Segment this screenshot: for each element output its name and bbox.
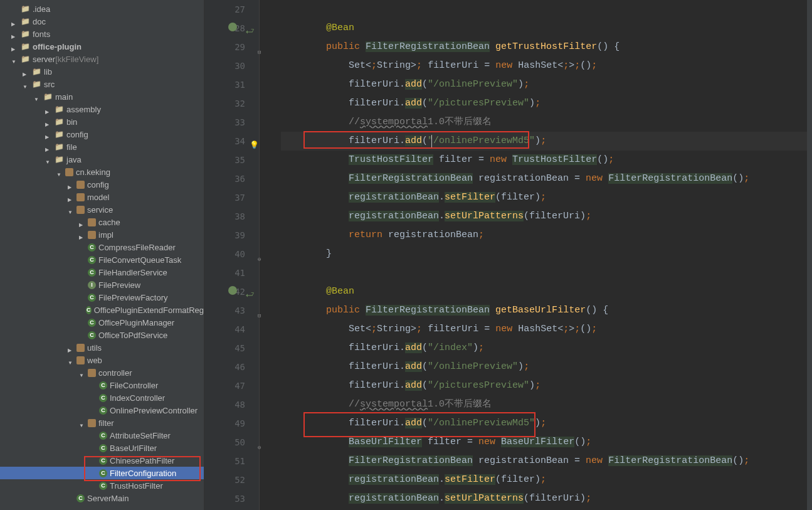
tree-item-baseurlfilter[interactable]: BaseUrlFilter (0, 442, 204, 454)
expand-arrow[interactable] (11, 31, 18, 37)
tree-item-assembly[interactable]: assembly (0, 103, 204, 115)
code-line-31[interactable]: filterUri.add("/onlinePreview"); (281, 75, 812, 94)
code-line-36[interactable]: FilterRegistrationBean registrationBean … (281, 169, 812, 188)
expand-arrow[interactable] (23, 81, 29, 87)
tree-item-controller[interactable]: controller (0, 366, 204, 379)
code-line-52[interactable]: registrationBean.setFilter(filter); (281, 470, 812, 489)
expand-arrow[interactable] (56, 169, 63, 175)
tree-item-utils[interactable]: utils (0, 341, 204, 354)
code-line-44[interactable]: Set<;String>; filterUri = new HashSet<;>… (281, 320, 812, 339)
tree-item-filter[interactable]: filter (0, 417, 204, 429)
tree-item-trusthostfilter[interactable]: TrustHostFilter (0, 479, 204, 492)
expand-arrow[interactable] (45, 119, 51, 125)
expand-arrow[interactable] (68, 194, 74, 200)
tree-item-service[interactable]: service (0, 203, 204, 216)
tree-item-model[interactable]: model (0, 191, 204, 203)
tree-item-indexcontroller[interactable]: IndexController (0, 391, 204, 404)
expand-arrow[interactable] (79, 231, 85, 238)
expand-arrow[interactable] (45, 131, 51, 137)
expand-arrow[interactable] (11, 56, 18, 62)
tree-item-filepreview[interactable]: FilePreview (0, 279, 204, 291)
tree-item-config[interactable]: config (0, 178, 204, 191)
code-line-47[interactable]: filterUri.add("/picturesPreview"); (281, 376, 812, 395)
code-line-34[interactable]: filterUri.add("/onlinePreviewMd5"); (281, 132, 812, 151)
expand-arrow[interactable] (79, 369, 85, 376)
expand-arrow[interactable] (68, 344, 74, 351)
tree-item-office-plugin[interactable]: office-plugin (0, 40, 204, 53)
tree-item-config[interactable]: config (0, 128, 204, 141)
code-line-49[interactable]: filterUri.add("/onlinePreviewMd5"); (281, 414, 812, 433)
code-area[interactable]: @Bean public FilterRegistrationBean getT… (260, 0, 812, 510)
tree-item-cn-keking[interactable]: cn.keking (0, 166, 204, 178)
code-line-32[interactable]: filterUri.add("/picturesPreview"); (281, 94, 812, 113)
code-line-38[interactable]: registrationBean.setUrlPatterns(filterUr… (281, 207, 812, 226)
code-line-28[interactable]: @Bean (281, 19, 812, 38)
code-line-45[interactable]: filterUri.add("/index"); (281, 339, 812, 358)
expand-arrow[interactable] (45, 144, 51, 150)
expand-arrow[interactable] (45, 156, 51, 162)
tree-item-filehandlerservice[interactable]: FileHandlerService (0, 266, 204, 279)
tree-item-servermain[interactable]: ServerMain (0, 492, 204, 504)
code-line-48[interactable]: //systemportal1.0不带后缀名 (281, 395, 812, 414)
expand-arrow[interactable] (11, 43, 18, 50)
expand-arrow[interactable] (68, 206, 74, 213)
code-line-40[interactable]: } (281, 245, 812, 263)
tree-item-doc[interactable]: doc (0, 15, 204, 28)
tree-item-cache[interactable]: cache (0, 216, 204, 228)
tree-item-attributesetfilter[interactable]: AttributeSetFilter (0, 429, 204, 442)
code-line-41[interactable] (281, 263, 812, 282)
code-line-53[interactable]: registrationBean.setUrlPatterns(filterUr… (281, 489, 812, 508)
bean-gutter-icon[interactable]: ⮐ (245, 21, 254, 40)
tree-item-java[interactable]: java (0, 153, 204, 166)
tree-item-src[interactable]: src (0, 78, 204, 90)
code-line-39[interactable]: return registrationBean; (281, 226, 812, 245)
project-tree[interactable]: .ideadocfontsoffice-pluginserver [kkFile… (0, 0, 204, 510)
tree-item-main[interactable]: main (0, 90, 204, 103)
tree-item-fileconvertqueuetask[interactable]: FileConvertQueueTask (0, 253, 204, 266)
bean-gutter-icon[interactable]: ⮐ (245, 285, 254, 304)
tree-item-bin[interactable]: bin (0, 115, 204, 128)
expand-arrow[interactable] (68, 357, 74, 363)
tree-item-file[interactable]: file (0, 141, 204, 153)
code-line-29[interactable]: public FilterRegistrationBean getTrustHo… (281, 38, 812, 56)
code-line-42[interactable]: @Bean (281, 282, 812, 301)
tree-label: doc (33, 17, 46, 26)
line-number: 27 (204, 0, 245, 19)
code-line-50[interactable]: BaseUrlFilter filter = new BaseUrlFilter… (281, 433, 812, 452)
tree-item-filecontroller[interactable]: FileController (0, 379, 204, 391)
tree-item-web[interactable]: web (0, 354, 204, 366)
tree-item-filepreviewfactory[interactable]: FilePreviewFactory (0, 291, 204, 304)
code-line-37[interactable]: registrationBean.setFilter(filter); (281, 188, 812, 207)
tree-item-filterconfiguration[interactable]: FilterConfiguration (0, 467, 204, 479)
code-line-51[interactable]: FilterRegistrationBean registrationBean … (281, 452, 812, 470)
code-line-46[interactable]: filterUri.add("/onlinePreview"); (281, 358, 812, 376)
tree-item-officepluginmanager[interactable]: OfficePluginManager (0, 316, 204, 329)
tree-item-fonts[interactable]: fonts (0, 28, 204, 40)
tree-item-lib[interactable]: lib (0, 65, 204, 78)
code-line-35[interactable]: TrustHostFilter filter = new TrustHostFi… (281, 151, 812, 169)
code-line-30[interactable]: Set<;String>; filterUri = new HashSet<;>… (281, 56, 812, 75)
tree-item-onlinepreviewcontroller[interactable]: OnlinePreviewController (0, 404, 204, 417)
intention-bulb-icon[interactable]: 💡 (250, 135, 259, 154)
code-line-27[interactable] (281, 0, 812, 19)
tree-item-officetopdfservice[interactable]: OfficeToPdfService (0, 329, 204, 341)
expand-arrow[interactable] (11, 18, 18, 24)
tree-item-impl[interactable]: impl (0, 228, 204, 241)
spring-bean-icon[interactable] (228, 286, 237, 295)
code-line-33[interactable]: //systemportal1.0不带后缀名 (281, 113, 812, 132)
tree-item--idea[interactable]: .idea (0, 3, 204, 15)
expand-arrow[interactable] (23, 68, 29, 75)
expand-arrow[interactable] (79, 420, 85, 426)
expand-arrow[interactable] (45, 106, 51, 112)
tree-item-compressfilereader[interactable]: CompressFileReader (0, 241, 204, 253)
spring-bean-icon[interactable] (228, 23, 237, 31)
tree-item-server[interactable]: server [kkFileView] (0, 53, 204, 65)
scrollbar[interactable] (807, 0, 812, 510)
code-editor[interactable]: 2728293031323334353637383940414243444546… (204, 0, 812, 510)
expand-arrow[interactable] (79, 219, 85, 225)
code-line-43[interactable]: public FilterRegistrationBean getBaseUrl… (281, 301, 812, 320)
tree-item-chinesepathfilter[interactable]: ChinesePathFilter (0, 454, 204, 467)
expand-arrow[interactable] (34, 93, 40, 100)
tree-item-officepluginextendformatreg[interactable]: OfficePluginExtendFormatReg (0, 304, 204, 316)
expand-arrow[interactable] (68, 181, 74, 188)
